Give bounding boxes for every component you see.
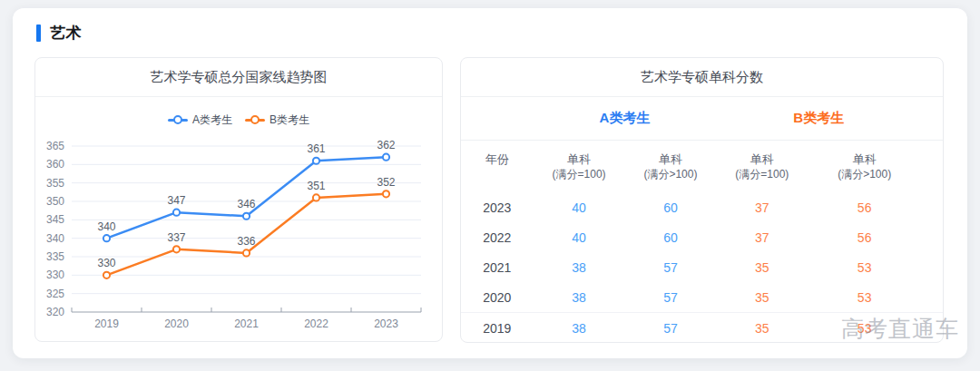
year-cell: 2021 — [461, 252, 534, 282]
svg-text:340: 340 — [46, 232, 64, 245]
section-header: 艺术 — [36, 23, 82, 43]
legend-dot-icon — [250, 115, 260, 124]
spacer-cell — [921, 192, 943, 222]
svg-text:2019: 2019 — [94, 317, 119, 330]
score-cell: 37 — [716, 222, 808, 252]
chart-legend: A类考生B类考生 — [35, 111, 442, 129]
legend-item-b[interactable]: B类考生 — [245, 112, 309, 128]
svg-text:346: 346 — [237, 198, 255, 210]
svg-text:2020: 2020 — [164, 317, 189, 330]
score-cell: 57 — [625, 252, 717, 282]
col-header-year: 年份 — [461, 141, 534, 193]
table-row: 202240603756 — [461, 222, 943, 252]
legend-marker-icon — [168, 119, 188, 122]
trend-chart-panel: 艺术学专硕总分国家线趋势图 A类考生B类考生 32032533033534034… — [34, 57, 443, 342]
legend-label: A类考生 — [192, 112, 232, 128]
score-cell: 35 — [716, 252, 808, 282]
col-header-b-sub1: 单科 (满分=100) — [716, 141, 808, 193]
svg-text:365: 365 — [46, 140, 64, 152]
score-cell: 57 — [625, 282, 717, 313]
group-header-a: A类考生 — [534, 97, 717, 141]
table-row: 202138573553 — [461, 252, 943, 282]
score-cell: 60 — [625, 222, 717, 252]
group-header-b: B类考生 — [716, 97, 921, 141]
year-cell: 2019 — [461, 313, 534, 344]
table-panel-title: 艺术学专硕单科分数 — [461, 58, 943, 97]
legend-dot-icon — [173, 115, 182, 124]
svg-text:320: 320 — [46, 306, 64, 318]
score-cell: 38 — [534, 252, 625, 282]
legend-label: B类考生 — [270, 112, 309, 128]
score-cell: 35 — [716, 282, 808, 313]
score-cell: 38 — [534, 282, 625, 313]
col-header-a-sub1: 单科 (满分=100) — [534, 141, 625, 193]
content-panels: 艺术学专硕总分国家线趋势图 A类考生B类考生 32032533033534034… — [34, 57, 944, 343]
svg-text:325: 325 — [46, 288, 64, 300]
svg-text:340: 340 — [97, 220, 115, 233]
group-header-row: A类考生 B类考生 — [461, 97, 943, 141]
section-title: 艺术 — [50, 23, 82, 44]
year-cell: 2023 — [461, 192, 534, 222]
year-cell: 2022 — [461, 222, 534, 252]
svg-text:330: 330 — [97, 257, 115, 269]
chart-panel-title: 艺术学专硕总分国家线趋势图 — [35, 58, 442, 97]
svg-text:2021: 2021 — [234, 317, 259, 330]
col-header-a-sub2: 单科 (满分>100) — [625, 141, 717, 193]
svg-text:2023: 2023 — [374, 317, 398, 330]
spacer-cell — [921, 313, 943, 344]
svg-text:345: 345 — [46, 213, 64, 226]
score-cell: 53 — [808, 282, 921, 313]
svg-text:330: 330 — [46, 268, 64, 281]
legend-marker-icon — [245, 119, 265, 122]
score-cell: 38 — [534, 313, 625, 344]
spacer-cell — [921, 222, 943, 252]
table-row: 202038573553 — [461, 282, 943, 313]
spacer-cell — [921, 282, 943, 313]
spacer-cell — [921, 252, 943, 282]
trend-line-chart: 3203253303353403453503553603652019202020… — [35, 134, 442, 342]
svg-text:360: 360 — [46, 158, 64, 171]
column-header-row: 年份 单科 (满分=100) 单科 (满分>100) 单科 — [461, 141, 943, 193]
score-cell: 35 — [716, 313, 808, 344]
svg-text:336: 336 — [237, 235, 255, 248]
score-cell: 60 — [625, 192, 717, 222]
table-row: 202340603756 — [461, 192, 943, 222]
svg-text:335: 335 — [46, 250, 64, 263]
svg-text:355: 355 — [46, 177, 64, 190]
score-cell: 53 — [808, 313, 921, 344]
year-cell: 2020 — [461, 282, 534, 313]
score-cell: 40 — [534, 222, 625, 252]
score-cell: 56 — [808, 192, 921, 222]
score-cell: 40 — [534, 192, 625, 222]
svg-text:347: 347 — [167, 194, 185, 207]
svg-text:350: 350 — [46, 195, 64, 208]
score-table-panel: 艺术学专硕单科分数 A类考生 B类考生 年份 — [460, 57, 944, 343]
col-header-b-sub2: 单科 (满分>100) — [808, 141, 921, 193]
score-cell: 53 — [808, 252, 921, 282]
main-card: 艺术 艺术学专硕总分国家线趋势图 A类考生B类考生 32032533033534… — [13, 8, 967, 358]
table-row: 201938573553 — [461, 313, 943, 344]
score-table: A类考生 B类考生 年份 单科 (满分=100) — [461, 97, 943, 343]
score-cell: 56 — [808, 222, 921, 252]
svg-text:337: 337 — [167, 231, 185, 244]
svg-text:2022: 2022 — [304, 317, 328, 330]
legend-item-a[interactable]: A类考生 — [168, 112, 232, 128]
svg-text:362: 362 — [377, 139, 395, 151]
score-cell: 37 — [716, 192, 808, 222]
svg-text:351: 351 — [307, 180, 325, 192]
svg-text:361: 361 — [307, 142, 325, 155]
svg-text:352: 352 — [377, 176, 395, 189]
section-accent-bar — [36, 24, 41, 42]
score-cell: 57 — [625, 313, 717, 344]
